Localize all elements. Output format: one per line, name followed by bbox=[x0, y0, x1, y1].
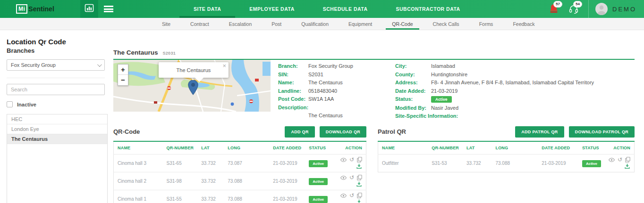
site-list-item[interactable]: The Centaurus bbox=[7, 134, 107, 144]
site-search-input[interactable] bbox=[7, 84, 105, 95]
patrol-cell-date: 21-03-2019 bbox=[538, 154, 578, 172]
support-button[interactable]: 54 bbox=[567, 2, 581, 16]
patrol-qr-title: Patrol QR bbox=[378, 128, 406, 135]
primary-nav-label: SCHEDULE DATA bbox=[323, 6, 368, 12]
user-name[interactable]: DEMO bbox=[612, 6, 636, 13]
view-eye-icon[interactable] bbox=[340, 158, 347, 162]
copy-file-icon[interactable] bbox=[357, 193, 362, 198]
secondary-nav-item[interactable]: Site bbox=[152, 18, 180, 30]
download-icon[interactable] bbox=[625, 163, 630, 170]
site-details-left: Branch: Fox Security Group SIN: S2031 Na… bbox=[278, 63, 378, 119]
primary-nav-item[interactable]: EMPLOYEE DATA bbox=[235, 0, 308, 18]
copy-file-icon[interactable] bbox=[357, 175, 362, 180]
branches-label: Branches bbox=[7, 47, 108, 54]
view-eye-icon[interactable] bbox=[609, 158, 615, 162]
refresh-undo-icon[interactable]: ↺ bbox=[349, 157, 354, 162]
primary-nav-item[interactable]: SUBCONTRACTOR DATA bbox=[382, 0, 475, 18]
patrol-table-column-header: STATUS bbox=[578, 141, 605, 154]
add-qr-button[interactable]: ADD QR bbox=[285, 126, 314, 138]
detail-row: The Centaurus bbox=[278, 113, 378, 119]
secondary-nav-item[interactable]: Forms bbox=[469, 18, 503, 30]
inactive-checkbox[interactable]: Inactive bbox=[7, 101, 108, 107]
patrol-table-column-header: LONG bbox=[491, 141, 538, 154]
copy-file-icon[interactable] bbox=[625, 157, 630, 162]
app-root: MiSentinel SITE DATA EMPLOYEE DATA SCH bbox=[0, 0, 644, 203]
download-qr-button[interactable]: DOWNLOAD QR bbox=[320, 126, 366, 138]
detail-value: Huntingtonshire bbox=[431, 72, 467, 78]
secondary-nav-item[interactable]: Qualification bbox=[291, 18, 339, 30]
primary-nav-label: SITE DATA bbox=[194, 6, 221, 12]
secondary-nav: Site Contract Escalation Post Qualificat… bbox=[0, 18, 644, 30]
detail-label: Name: bbox=[278, 80, 308, 86]
patrol-cell-lat: 33.732 bbox=[463, 154, 491, 172]
sidebar-divider bbox=[7, 78, 105, 78]
patrol-cell-name: Outfitter bbox=[378, 154, 428, 172]
detail-label: Modified By: bbox=[395, 105, 431, 111]
notifications-button[interactable]: 57 bbox=[547, 2, 561, 16]
detail-value: 0518483040 bbox=[308, 88, 337, 94]
add-patrol-qr-button[interactable]: ADD PATROL QR bbox=[515, 126, 564, 138]
download-icon[interactable] bbox=[356, 163, 362, 170]
detail-row: Description: bbox=[278, 105, 378, 111]
patrol-table-column-header: QR-NUMBER bbox=[428, 141, 463, 154]
secondary-nav-label: Check Calls bbox=[433, 21, 459, 27]
site-map[interactable]: + − The Centaurus × bbox=[113, 60, 271, 112]
map-marker-pin-icon[interactable] bbox=[188, 80, 198, 97]
view-eye-icon[interactable] bbox=[340, 176, 347, 180]
primary-nav-item[interactable]: SITE DATA bbox=[179, 0, 235, 18]
secondary-nav-label: QR-Code bbox=[392, 21, 413, 27]
qr-cell-number: S31-55 bbox=[163, 190, 198, 203]
secondary-nav-item[interactable]: Contract bbox=[180, 18, 219, 30]
secondary-nav-item[interactable]: Equipment bbox=[339, 18, 382, 30]
download-patrol-qr-button[interactable]: DOWNLOAD PATROL QR bbox=[569, 126, 635, 138]
map-zoom-out-button[interactable]: − bbox=[118, 75, 128, 85]
site-list-item-label: London Eye bbox=[11, 126, 39, 132]
qr-code-table: NAMEQR-NUMBERLATLONGDATE ADDEDSTATUSACTI… bbox=[113, 141, 366, 203]
patrol-qr-buttons: ADD PATROL QR DOWNLOAD PATROL QR bbox=[515, 126, 635, 138]
qr-panels: QR-Code ADD QR DOWNLOAD QR NAMEQR-NUMBER… bbox=[113, 126, 635, 203]
qr-cell-long: 73.087 bbox=[224, 154, 269, 172]
download-icon[interactable] bbox=[356, 181, 362, 187]
view-eye-icon[interactable] bbox=[340, 194, 347, 198]
user-avatar[interactable] bbox=[595, 3, 608, 15]
secondary-nav-label: Escalation bbox=[229, 21, 252, 27]
detail-value: Fox Security Group bbox=[308, 63, 353, 69]
inactive-checkbox-label: Inactive bbox=[17, 102, 36, 107]
site-list-item[interactable]: London Eye bbox=[7, 124, 107, 134]
site-list-item[interactable]: HEC bbox=[7, 114, 107, 124]
secondary-nav-item[interactable]: QR-Code bbox=[382, 18, 423, 30]
secondary-nav-item[interactable]: Check Calls bbox=[423, 18, 469, 30]
primary-nav-label: EMPLOYEE DATA bbox=[249, 6, 294, 12]
app-logo[interactable]: MiSentinel bbox=[0, 0, 80, 18]
refresh-undo-icon[interactable]: ↺ bbox=[349, 193, 354, 198]
dashboard-button[interactable] bbox=[80, 0, 98, 18]
map-zoom-in-button[interactable]: + bbox=[118, 65, 128, 75]
detail-row: SIN: S2031 bbox=[278, 72, 378, 78]
secondary-nav-item[interactable]: Post bbox=[262, 18, 291, 30]
logo-mark: Mi bbox=[16, 4, 27, 14]
secondary-nav-item[interactable]: Feedback bbox=[503, 18, 544, 30]
detail-label bbox=[278, 113, 308, 119]
download-icon[interactable] bbox=[356, 199, 362, 203]
refresh-undo-icon[interactable]: ↺ bbox=[349, 175, 354, 180]
detail-row: Landline: 0518483040 bbox=[278, 88, 378, 94]
page-title: Location Qr Code bbox=[7, 38, 108, 46]
qr-table-column-header: QR-NUMBER bbox=[163, 141, 198, 154]
qr-cell-long: 73.088 bbox=[224, 190, 269, 203]
close-icon[interactable]: × bbox=[222, 63, 226, 69]
refresh-undo-icon[interactable]: ↺ bbox=[618, 157, 622, 162]
status-badge: Active bbox=[309, 160, 328, 167]
qr-cell-date: 21-03-2019 bbox=[269, 190, 305, 203]
qr-cell-name: Cinoma hall 3 bbox=[114, 154, 163, 172]
status-badge: Active bbox=[309, 196, 328, 203]
qr-table-row: Cinoma hall 1 S31-55 33.732 73.088 21-03… bbox=[114, 190, 366, 203]
secondary-nav-item[interactable]: Escalation bbox=[219, 18, 262, 30]
copy-file-icon[interactable] bbox=[357, 157, 362, 162]
qr-cell-actions: ↺ bbox=[334, 190, 366, 203]
menu-button[interactable] bbox=[98, 0, 119, 18]
qr-cell-lat: 33.732 bbox=[197, 154, 224, 172]
branch-select[interactable]: Fox Security Group bbox=[7, 59, 105, 71]
primary-nav-item[interactable]: SCHEDULE DATA bbox=[309, 0, 382, 18]
qr-cell-actions: ↺ bbox=[334, 172, 366, 190]
qr-cell-date: 21-03-2019 bbox=[269, 172, 305, 190]
